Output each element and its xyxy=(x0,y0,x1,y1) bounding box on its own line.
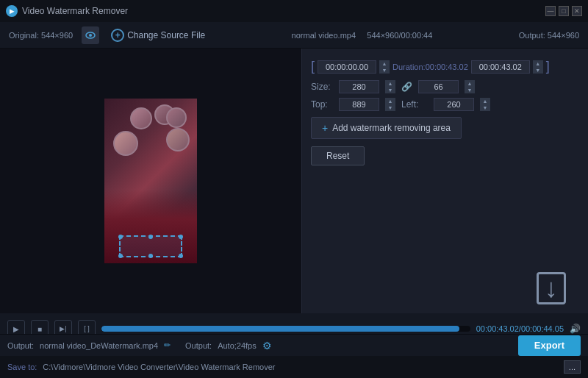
decor-circle-3 xyxy=(166,107,187,128)
progress-fill xyxy=(101,326,459,332)
time-start-spinner: ▲ ▼ xyxy=(379,60,390,74)
output-size-label: Output: 544×960 xyxy=(519,31,579,40)
size-width-spinner: ▲ ▼ xyxy=(385,80,395,93)
handle-bc[interactable] xyxy=(148,254,153,258)
size-height-up[interactable]: ▲ xyxy=(465,80,475,87)
eye-button[interactable] xyxy=(82,26,99,44)
window-controls: — □ ✕ xyxy=(545,6,582,16)
bracket-close: ] xyxy=(546,59,550,74)
size-height-input[interactable] xyxy=(418,80,459,93)
plus-icon: + xyxy=(322,122,328,134)
video-preview xyxy=(0,49,301,313)
left-spinner: ▲ ▼ xyxy=(480,98,490,111)
size-row: Size: ▲ ▼ 🔗 ▲ ▼ xyxy=(311,80,579,93)
close-button[interactable]: ✕ xyxy=(572,6,582,16)
time-range-row: [ ▲ ▼ Duration:00:00:43.02 ▲ ▼ ] xyxy=(311,59,579,74)
settings-icon[interactable]: ⚙ xyxy=(262,340,272,352)
reset-button[interactable]: Reset xyxy=(311,146,365,165)
restore-button[interactable]: □ xyxy=(559,6,569,16)
size-width-input[interactable] xyxy=(339,80,379,93)
time-start-down[interactable]: ▼ xyxy=(379,67,390,74)
add-watermark-area-button[interactable]: + Add watermark removing area xyxy=(311,117,462,139)
time-start-input[interactable] xyxy=(318,60,376,74)
original-size-label: Original: 544×960 xyxy=(9,31,73,40)
download-arrow-icon: ↓ xyxy=(537,272,566,304)
bracket-open: [ xyxy=(311,59,315,74)
edit-icon[interactable]: ✏ xyxy=(164,340,171,350)
eye-icon xyxy=(85,32,96,39)
time-display: 00:00:43.02/00:00:44.05 xyxy=(476,324,564,333)
top-bar: Original: 544×960 + Change Source File n… xyxy=(0,22,588,49)
decor-circle-4 xyxy=(113,131,138,156)
export-button[interactable]: Export xyxy=(518,335,581,356)
left-up[interactable]: ▲ xyxy=(480,98,490,104)
duration-label: Duration:00:00:43.02 xyxy=(392,63,468,71)
time-end-input[interactable] xyxy=(471,60,530,74)
size-width-up[interactable]: ▲ xyxy=(385,80,395,87)
selection-box[interactable] xyxy=(119,235,182,257)
decor-circle-5 xyxy=(166,128,190,151)
left-label: Left: xyxy=(401,99,428,110)
size-height-down[interactable]: ▼ xyxy=(465,87,475,93)
size-width-down[interactable]: ▼ xyxy=(385,87,395,93)
size-label: Size: xyxy=(311,82,333,92)
progress-bar[interactable] xyxy=(101,326,470,332)
video-thumbnail xyxy=(104,99,197,263)
output-label: Output: xyxy=(7,341,34,350)
minimize-button[interactable]: — xyxy=(545,6,556,16)
top-down[interactable]: ▼ xyxy=(385,104,395,111)
volume-icon[interactable]: 🔊 xyxy=(570,324,581,334)
svg-point-1 xyxy=(89,34,92,37)
position-row: Top: ▲ ▼ Left: ▲ ▼ xyxy=(311,98,579,111)
save-path: C:\Vidmore\Vidmore Video Converter\Video… xyxy=(43,363,557,371)
handle-tr[interactable] xyxy=(179,235,183,239)
save-to-label: Save to: xyxy=(7,363,37,371)
handle-tl[interactable] xyxy=(118,235,123,239)
decor-circle-1 xyxy=(130,107,152,129)
top-label: Top: xyxy=(311,99,333,110)
browse-button[interactable]: ... xyxy=(564,360,581,374)
time-end-up[interactable]: ▲ xyxy=(533,60,543,67)
output-format-value: Auto;24fps xyxy=(218,341,257,350)
title-bar: ▶ Video Watermark Remover — □ ✕ xyxy=(0,0,588,22)
handle-br[interactable] xyxy=(179,254,183,258)
output-filename: normal video_DeWatermark.mp4 xyxy=(40,341,158,350)
bottom-bar: Output: normal video_DeWatermark.mp4 ✏ O… xyxy=(0,334,588,356)
top-spinner: ▲ ▼ xyxy=(385,98,395,111)
size-height-spinner: ▲ ▼ xyxy=(465,80,475,93)
time-end-down[interactable]: ▼ xyxy=(533,67,543,74)
change-source-button[interactable]: + Change Source File xyxy=(111,29,205,42)
output-format-label: Output: xyxy=(185,341,212,350)
main-area: [ ▲ ▼ Duration:00:00:43.02 ▲ ▼ ] Size: ▲… xyxy=(0,49,588,313)
time-start-up[interactable]: ▲ xyxy=(379,60,390,67)
left-down[interactable]: ▼ xyxy=(480,104,490,111)
top-up[interactable]: ▲ xyxy=(385,98,395,104)
video-frame xyxy=(104,99,197,263)
app-title: Video Watermark Remover xyxy=(22,6,545,16)
right-panel: [ ▲ ▼ Duration:00:00:43.02 ▲ ▼ ] Size: ▲… xyxy=(301,49,588,313)
handle-tc[interactable] xyxy=(148,235,153,239)
file-info: normal video.mp4 544×960/00:00:44 xyxy=(205,31,519,40)
link-icon: 🔗 xyxy=(401,82,412,92)
top-input[interactable] xyxy=(339,98,379,111)
handle-bl[interactable] xyxy=(118,254,123,258)
add-icon: + xyxy=(111,29,124,42)
time-end-spinner: ▲ ▼ xyxy=(533,60,543,74)
left-input[interactable] xyxy=(434,98,474,111)
app-icon: ▶ xyxy=(6,5,18,17)
add-area-label: Add watermark removing area xyxy=(332,123,451,133)
save-bar: Save to: C:\Vidmore\Vidmore Video Conver… xyxy=(0,356,588,378)
